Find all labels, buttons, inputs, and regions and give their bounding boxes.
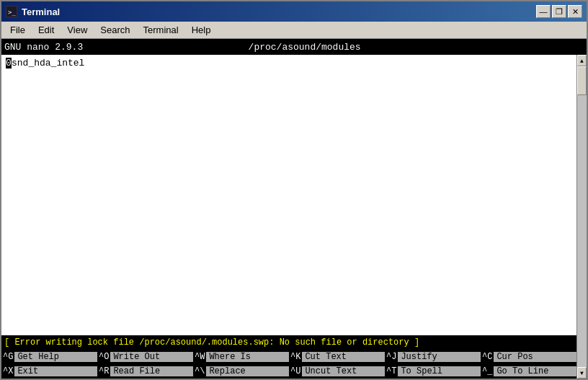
menu-edit[interactable]: Edit (32, 23, 60, 37)
key-get-help[interactable]: ^G (1, 352, 14, 362)
label-read-file: Read File (110, 366, 193, 376)
label-write-out: Write Out (110, 352, 193, 362)
menu-file[interactable]: File (4, 23, 31, 37)
key-where-is[interactable]: ^W (193, 352, 206, 362)
title-bar-left: >_ Terminal (6, 6, 60, 17)
menu-search[interactable]: Search (94, 23, 135, 37)
key-cur-pos[interactable]: ^C (481, 352, 494, 362)
close-button[interactable]: ✕ (568, 5, 582, 18)
svg-text:>_: >_ (8, 9, 16, 16)
terminal-window: >_ Terminal — ❐ ✕ File Edit View Search … (0, 0, 588, 380)
key-write-out[interactable]: ^O (97, 352, 110, 362)
editor-line-1: 0 snd_hda_intel (6, 58, 572, 69)
label-uncut-text: Uncut Text (302, 366, 385, 376)
title-bar: >_ Terminal — ❐ ✕ (1, 1, 587, 22)
window-title: Terminal (22, 6, 60, 17)
line-content: snd_hda_intel (12, 58, 84, 69)
label-go-to-line: Go To Line (494, 366, 576, 376)
editor-area[interactable]: 0 snd_hda_intel (1, 55, 576, 335)
scroll-down-button[interactable]: ▼ (577, 367, 587, 379)
nano-header: GNU nano 2.9.3 /proc/asound/modules (1, 39, 587, 55)
vertical-scrollbar: ▲ ▼ (576, 55, 587, 379)
key-exit[interactable]: ^X (1, 366, 14, 376)
label-justify: Justify (398, 352, 481, 362)
terminal-app-icon: >_ (6, 6, 17, 17)
label-get-help: Get Help (14, 352, 97, 362)
label-replace: Replace (206, 366, 289, 376)
key-to-spell[interactable]: ^T (385, 366, 398, 376)
label-cur-pos: Cur Pos (494, 352, 576, 362)
error-message-text: [ Error writing lock file /proc/asound/.… (4, 337, 419, 348)
nano-version: GNU nano 2.9.3 (4, 42, 83, 53)
key-replace[interactable]: ^\ (193, 366, 206, 376)
restore-button[interactable]: ❐ (552, 5, 566, 18)
scroll-thumb[interactable] (577, 66, 587, 95)
label-where-is: Where Is (206, 352, 289, 362)
key-justify[interactable]: ^J (385, 352, 398, 362)
menu-terminal[interactable]: Terminal (138, 23, 184, 37)
window-controls: — ❐ ✕ (536, 5, 582, 18)
menu-bar: File Edit View Search Terminal Help (1, 22, 587, 39)
error-status: [ Error writing lock file /proc/asound/.… (1, 335, 576, 350)
nano-footer: ^G Get Help ^O Write Out ^W Where Is ^K … (1, 350, 576, 379)
minimize-button[interactable]: — (536, 5, 551, 18)
key-uncut-text[interactable]: ^U (289, 366, 302, 376)
key-cut-text[interactable]: ^K (289, 352, 302, 362)
scroll-track[interactable] (577, 66, 587, 367)
nano-filename: /proc/asound/modules (83, 42, 526, 53)
footer-row-2: ^X Exit ^R Read File ^\ Replace ^U Uncut… (1, 364, 576, 379)
footer-row-1: ^G Get Help ^O Write Out ^W Where Is ^K … (1, 350, 576, 364)
label-exit: Exit (14, 366, 97, 376)
menu-view[interactable]: View (61, 23, 93, 37)
menu-help[interactable]: Help (186, 23, 217, 37)
label-to-spell: To Spell (398, 366, 481, 376)
key-read-file[interactable]: ^R (97, 366, 110, 376)
label-cut-text: Cut Text (302, 352, 385, 362)
main-editor: 0 snd_hda_intel [ Error writing lock fil… (1, 55, 576, 379)
content-area: 0 snd_hda_intel [ Error writing lock fil… (1, 55, 587, 379)
scroll-up-button[interactable]: ▲ (577, 55, 587, 66)
key-go-to-line[interactable]: ^_ (481, 366, 494, 376)
cursor: 0 (6, 58, 12, 69)
terminal-content: GNU nano 2.9.3 /proc/asound/modules 0 sn… (1, 39, 587, 379)
